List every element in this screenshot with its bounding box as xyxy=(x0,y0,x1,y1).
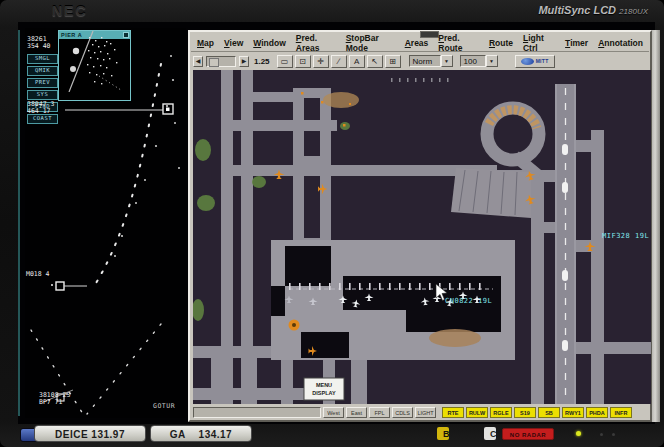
bezel-button-c[interactable]: C xyxy=(484,427,496,440)
zoom-slider[interactable] xyxy=(206,56,236,67)
bezel-button-b[interactable]: B xyxy=(437,427,449,440)
radar-panel-button[interactable]: SMGL xyxy=(27,54,58,64)
datablock-mid-line2: 464 17 xyxy=(27,107,50,115)
zoom-slider-thumb[interactable] xyxy=(209,58,219,67)
inset-map-window[interactable]: PIER A xyxy=(58,30,131,101)
status-button[interactable]: LIGHT xyxy=(415,407,436,418)
status-toggle-button[interactable]: RGLE xyxy=(490,407,512,418)
app-window: MapViewWindowPred. AreasStopBar ModeArea… xyxy=(188,30,652,422)
radar-target-mid xyxy=(65,104,173,114)
mitt-icon xyxy=(521,58,534,65)
deice-frequency-button[interactable]: DEICE 131.97 xyxy=(34,425,146,442)
menu-item[interactable]: Areas xyxy=(400,38,434,48)
status-bar: WestEastFPLCDLSLIGHT RTERULWRGLES19SBRWY… xyxy=(193,405,651,419)
bezel-dot xyxy=(600,433,603,436)
status-toggle-button[interactable]: SB xyxy=(538,407,560,418)
monitor-model: MultiSync LCD2180UX xyxy=(538,4,648,16)
datablock-top[interactable]: 38261354 40 xyxy=(27,36,50,51)
menu-item[interactable]: Annotation xyxy=(593,38,648,48)
pan-tool-icon[interactable]: ✛ xyxy=(313,55,329,68)
menu-item[interactable]: Window xyxy=(248,38,291,48)
datablock-bottom[interactable]: 38108 23BP7 71 xyxy=(39,392,70,407)
radar-panel: 38261354 40 SMGLQMIKPREVSYSFINDCOAST PIE… xyxy=(25,28,186,418)
status-toggle-button[interactable]: RULW xyxy=(466,407,488,418)
menu-item[interactable]: StopBar Mode xyxy=(341,33,400,53)
mode-combo: Norm ▼ xyxy=(409,55,453,67)
screen: 38261354 40 SMGLQMIKPREVSYSFINDCOAST PIE… xyxy=(18,22,655,424)
select-area-icon[interactable]: ▭ xyxy=(277,55,293,68)
menu-item[interactable]: Pred. Route xyxy=(433,33,484,53)
status-button[interactable]: East xyxy=(346,407,367,418)
tool-button-group: ▭⊡✛∕A↖⊞ xyxy=(277,55,401,68)
status-button[interactable]: West xyxy=(323,407,344,418)
zoom-window-icon[interactable]: ⊡ xyxy=(295,55,311,68)
menu-bar: MapViewWindowPred. AreasStopBar ModeArea… xyxy=(192,35,648,50)
status-toggle-button[interactable]: RWY1 xyxy=(562,407,584,418)
radar-panel-button[interactable]: SYS xyxy=(27,90,58,100)
zoom-value: 1.25 xyxy=(254,57,270,66)
scale-combo-arrow-icon[interactable]: ▼ xyxy=(486,55,498,67)
datablock-top-line2: 354 40 xyxy=(27,42,50,50)
menu-display-box[interactable]: MENU DISPLAY xyxy=(304,378,344,400)
status-field[interactable] xyxy=(193,407,321,418)
status-button[interactable]: FPL xyxy=(369,407,390,418)
status-toggle-button[interactable]: PHDA xyxy=(586,407,608,418)
status-toggle-button[interactable]: RTE xyxy=(442,407,464,418)
line-tool-icon[interactable]: ∕ xyxy=(331,55,347,68)
text-tool-icon[interactable]: A xyxy=(349,55,365,68)
model-name: MultiSync LCD xyxy=(538,4,616,16)
zoom-slider-left-arrow[interactable]: ◀ xyxy=(193,56,203,67)
status-gray-group: WestEastFPLCDLSLIGHT xyxy=(323,407,436,418)
menubar-divider xyxy=(191,51,649,52)
screen-edge-glow xyxy=(18,30,20,416)
monitor-bezel: NEC MultiSync LCD2180UX xyxy=(0,0,664,447)
menu-item[interactable]: Route xyxy=(484,38,518,48)
menu-item[interactable]: Timer xyxy=(560,38,593,48)
inset-map-art xyxy=(59,31,130,92)
scale-combo-value[interactable]: 100 xyxy=(460,55,486,67)
status-yellow-group: RTERULWRGLES19SBRWY1PHDAINFR xyxy=(442,407,632,418)
status-toggle-button[interactable]: INFR xyxy=(610,407,632,418)
menu-box-line2: DISPLAY xyxy=(312,390,336,396)
model-number: 2180UX xyxy=(619,7,648,16)
aircraft-label-cn0822[interactable]: CN0822 19L xyxy=(445,297,492,305)
mode-combo-arrow-icon[interactable]: ▼ xyxy=(441,55,453,67)
map-canvas[interactable]: MIF328 19L CN0822 19L MENU DISPLAY xyxy=(193,70,651,404)
nec-logo: NEC xyxy=(52,3,88,19)
menu-item[interactable]: Light Ctrl xyxy=(518,33,560,53)
radar-panel-button[interactable]: QMIK xyxy=(27,66,58,76)
grid-tool-icon[interactable]: ⊞ xyxy=(385,55,401,68)
bezel-dot xyxy=(612,433,615,436)
mitt-button[interactable]: MITT xyxy=(515,55,555,68)
power-led xyxy=(576,431,581,436)
zoom-slider-right-arrow[interactable]: ▶ xyxy=(239,56,249,67)
radar-panel-button[interactable]: PREV xyxy=(27,78,58,88)
waypoint-label: GOTUR xyxy=(153,402,175,410)
background-window-edge xyxy=(652,30,660,422)
ga-frequency-button[interactable]: GA 134.17 xyxy=(150,425,252,442)
datablock-mid[interactable]: 38047 3464 17 xyxy=(27,101,54,116)
toolbar: ◀ ▶ 1.25 ▭⊡✛∕A↖⊞ Norm ▼ 100 ▼ MITT xyxy=(193,53,649,69)
pointer-tool-icon[interactable]: ↖ xyxy=(367,55,383,68)
menu-box-line1: MENU xyxy=(316,382,332,388)
datablock-low-line1: M018 4 xyxy=(26,270,49,278)
status-button[interactable]: CDLS xyxy=(392,407,413,418)
radar-target-low xyxy=(51,282,87,290)
status-toggle-button[interactable]: S19 xyxy=(514,407,536,418)
menu-item[interactable]: Map xyxy=(192,38,219,48)
menu-item[interactable]: View xyxy=(219,38,248,48)
menu-item[interactable]: Pred. Areas xyxy=(291,33,341,53)
runway xyxy=(555,84,576,404)
mode-combo-value[interactable]: Norm xyxy=(409,55,441,67)
scale-combo: 100 ▼ xyxy=(460,55,498,67)
datablock-bottom-line2: BP7 71 xyxy=(39,398,62,406)
no-radar-alarm-badge: NO RADAR xyxy=(502,428,554,440)
datablock-low[interactable]: M018 4 xyxy=(26,271,49,278)
aircraft-label-mif328[interactable]: MIF328 19L xyxy=(602,232,649,240)
